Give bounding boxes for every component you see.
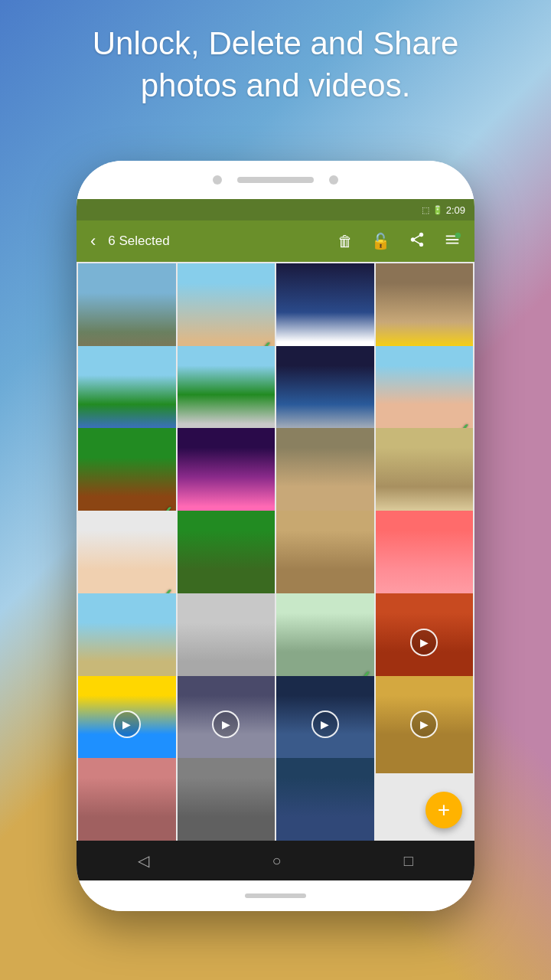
play-button-22[interactable]: ▶ xyxy=(212,710,240,738)
front-camera xyxy=(213,175,222,185)
photo-cell-27[interactable] xyxy=(276,758,374,841)
status-time: 2:09 xyxy=(446,204,465,216)
headline: Unlock, Delete and Sharephotos and video… xyxy=(0,23,551,106)
status-icons: ⬚ 🔋 2:09 xyxy=(422,204,465,216)
photo-cell-24[interactable]: ▶ xyxy=(376,676,474,774)
nav-back-button[interactable]: ◁ xyxy=(122,844,165,877)
toolbar: ‹ 6 Selected 🗑 🔓 xyxy=(77,220,474,262)
phone-bottom xyxy=(77,880,474,911)
status-bar: ⬚ 🔋 2:09 xyxy=(77,199,474,220)
unlock-button[interactable]: 🔓 xyxy=(365,226,396,256)
front-sensor xyxy=(329,175,338,185)
play-button-20[interactable]: ▶ xyxy=(410,629,438,656)
share-button[interactable] xyxy=(403,225,432,258)
svg-point-0 xyxy=(455,232,461,237)
menu-button[interactable] xyxy=(438,225,467,258)
play-button-21[interactable]: ▶ xyxy=(113,710,141,738)
delete-button[interactable]: 🗑 xyxy=(331,227,359,256)
fab-button[interactable]: + xyxy=(425,792,462,828)
play-button-23[interactable]: ▶ xyxy=(311,710,339,738)
photo-cell-26[interactable] xyxy=(178,758,276,841)
selected-count-label: 6 Selected xyxy=(108,234,325,249)
phone-speaker xyxy=(237,177,314,183)
nav-recent-button[interactable]: □ xyxy=(389,844,429,877)
phone-top xyxy=(77,161,474,199)
battery-icon: 🔋 xyxy=(432,205,443,215)
sim-icon: ⬚ xyxy=(422,205,429,215)
back-button[interactable]: ‹ xyxy=(84,225,102,257)
phone-screen: ⬚ 🔋 2:09 ‹ 6 Selected 🗑 🔓 xyxy=(77,199,474,841)
photo-cell-25[interactable] xyxy=(78,758,176,841)
play-button-24[interactable]: ▶ xyxy=(410,710,438,738)
nav-home-button[interactable]: ○ xyxy=(256,844,296,877)
home-bar xyxy=(245,893,306,898)
photo-grid: ✓✓✓✓✓▶▶▶▶▶+ xyxy=(77,262,474,841)
nav-bar: ◁ ○ □ xyxy=(77,841,474,880)
phone-frame: ⬚ 🔋 2:09 ‹ 6 Selected 🗑 🔓 xyxy=(77,161,474,911)
